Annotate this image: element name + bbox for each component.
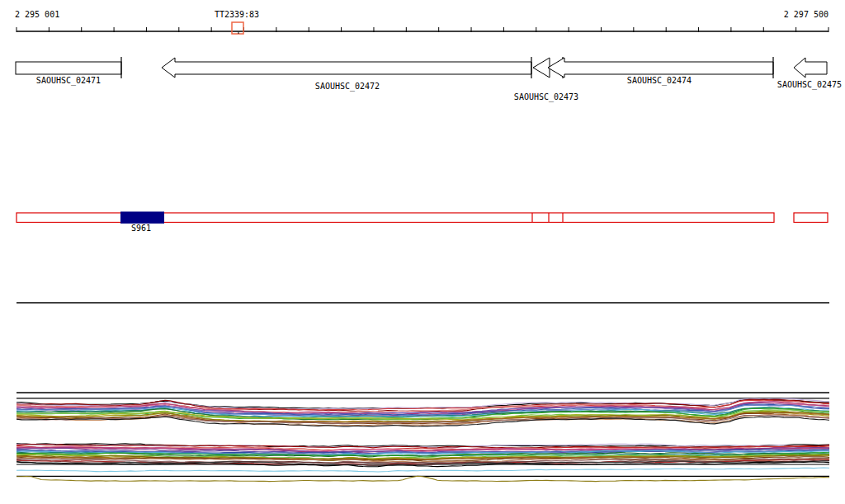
genome-browser-window: 2 295 001 TT2339:83 2 297 500 S961 SAOUH… <box>0 0 845 504</box>
plot-line <box>17 476 829 481</box>
feature-track <box>16 57 827 78</box>
coverage-plot <box>17 393 829 482</box>
ruler-track <box>17 22 828 34</box>
s961-track <box>17 212 828 224</box>
ruler-marker[interactable] <box>232 22 243 34</box>
track-segment[interactable] <box>794 213 828 223</box>
gene-label: SAOUHSC_02473 <box>514 93 578 101</box>
s961-highlight[interactable] <box>121 212 164 224</box>
gene-feature[interactable] <box>533 58 550 78</box>
gene-feature[interactable] <box>162 58 531 78</box>
gene-feature[interactable] <box>794 58 827 78</box>
gene-feature[interactable] <box>16 62 121 74</box>
s961-label: S961 <box>131 224 151 233</box>
scene-canvas <box>0 0 845 504</box>
gene-label: SAOUHSC_02471 <box>36 77 101 85</box>
gene-label: SAOUHSC_02475 <box>777 81 842 89</box>
plot-line <box>17 468 829 472</box>
gene-label: SAOUHSC_02474 <box>627 77 692 85</box>
gene-feature[interactable] <box>548 58 773 78</box>
gene-label: SAOUHSC_02472 <box>315 82 380 91</box>
